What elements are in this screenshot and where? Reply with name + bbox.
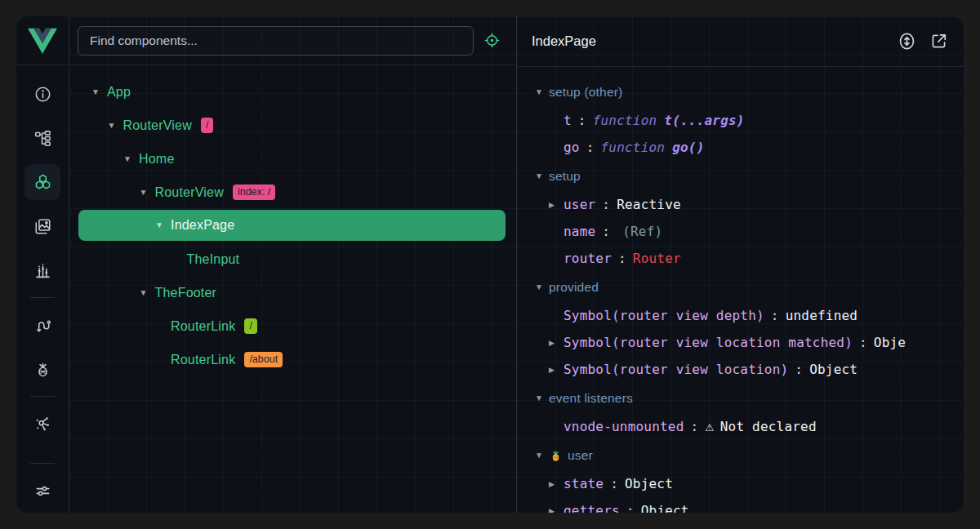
property-row-vnode-unmounted[interactable]: vnode-unmounted:⚠Not declared [517,413,964,440]
chevron-right-icon[interactable]: ▶ [549,339,564,347]
property-value: Object [625,476,673,491]
section-header-user[interactable]: ▼user [517,440,964,470]
chevron-down-icon[interactable]: ▼ [91,88,107,96]
property-value: (Ref) [617,224,662,239]
property-row-t[interactable]: t:functiont(...args) [517,107,964,134]
property-row-state[interactable]: ▶state:Object [517,470,964,497]
component-picker-button[interactable] [474,24,510,57]
inspector-body: ▼setup (other)t:functiont(...args)go:fun… [517,67,964,513]
section-header-provided[interactable]: ▼provided [517,272,964,302]
tree-node-routerview[interactable]: ▼RouterView/ [69,109,516,142]
chevron-right-icon[interactable]: ▶ [549,507,564,513]
property-row-name[interactable]: name:(Ref) [517,218,964,245]
property-key: state [564,476,604,491]
tree-node-label: TheFooter [155,286,217,300]
route-badge: /about [244,352,283,368]
open-in-editor-button[interactable] [929,31,949,51]
colon: : [586,140,595,155]
pinia-emoji [549,448,563,462]
sidebar [16,16,69,513]
property-key: Symbol(router view depth) [564,308,764,323]
sidebar-item-pinia[interactable] [24,351,60,387]
tree-node-label: App [107,85,131,100]
tree-node-home[interactable]: ▼Home [69,142,516,176]
vue-logo [16,16,69,65]
chevron-down-icon[interactable]: ▼ [140,289,155,297]
property-row-getters[interactable]: ▶getters:Object [517,497,964,513]
section-header-event-listeners[interactable]: ▼event listeners [517,383,964,413]
section-label: event listeners [549,391,633,406]
property-value: ⚠Not declared [705,419,816,434]
search-input[interactable] [78,26,474,56]
chevron-right-icon[interactable]: ▶ [549,480,564,488]
chevron-down-icon: ▼ [535,172,549,180]
tree-node-thefooter[interactable]: ▼TheFooter [69,276,516,309]
property-value: Obje [874,335,906,350]
colon: : [610,476,618,491]
property-key: vnode-unmounted [564,419,684,434]
sidebar-item-graph[interactable] [24,406,60,442]
property-row-symbol-router-view-location-[interactable]: ▶Symbol(router view location):Object [517,356,964,383]
chevron-right-icon[interactable]: ▶ [549,201,564,209]
property-key: t [564,113,572,128]
pinia-icon [33,360,52,379]
colon: : [795,362,803,377]
sidebar-item-assets[interactable] [24,208,60,244]
sidebar-item-router[interactable] [24,307,60,343]
sidebar-item-timeline[interactable] [24,252,60,288]
colon: : [859,335,867,350]
sidebar-divider [30,297,55,298]
section-header-setup-other-[interactable]: ▼setup (other) [517,77,964,107]
page-title: IndexPage [532,33,885,49]
open-in-editor-icon [929,31,949,51]
property-row-router[interactable]: router:Router [517,245,964,272]
property-key: getters [564,503,620,513]
inspector-actions [885,31,949,51]
tree-node-label: RouterLink [171,353,235,367]
chevron-down-icon: ▼ [535,451,549,460]
inspector-panel: IndexPage ▼setup (other)t:functiont(...a… [517,16,964,513]
components-icon [33,173,52,192]
tree-header [69,16,516,65]
property-value: functiont(...args) [593,113,745,128]
section-label: provided [549,280,599,295]
chevron-down-icon[interactable]: ▼ [123,155,139,163]
chevron-down-icon[interactable]: ▼ [140,189,155,197]
chevron-down-icon[interactable]: ▼ [108,122,123,130]
section-label: user [568,448,593,463]
colon: : [691,419,699,434]
colon: : [626,503,635,513]
tree-node-theinput[interactable]: TheInput [69,242,516,276]
section-label: setup (other) [549,85,622,100]
property-key: user [564,197,595,212]
sidebar-item-info[interactable] [24,76,60,112]
colon: : [771,308,779,323]
sidebar-item-settings[interactable] [24,473,60,509]
property-row-symbol-router-view-depth-[interactable]: Symbol(router view depth):undefined [517,302,964,329]
tree-node-label: TheInput [187,252,240,267]
tree-node-label: RouterView [123,118,192,133]
chevron-down-icon[interactable]: ▼ [155,221,171,229]
tree-node-routerview[interactable]: ▼RouterViewindex: / [69,176,516,209]
chevron-down-icon: ▼ [535,283,549,291]
scroll-to-component-button[interactable] [897,31,917,51]
router-icon [33,316,52,335]
tree-node-label: RouterView [155,185,224,200]
property-row-user[interactable]: ▶user:Reactive [517,191,964,218]
sidebar-nav [16,65,69,513]
tree-node-indexpage[interactable]: ▼IndexPage [78,210,506,241]
inspector-header: IndexPage [517,16,964,67]
sidebar-item-components[interactable] [24,164,60,200]
property-key: router [564,251,612,266]
tree-node-routerlink[interactable]: RouterLink/about [69,343,516,376]
chevron-right-icon[interactable]: ▶ [549,366,564,374]
tree-node-app[interactable]: ▼App [69,75,516,109]
property-row-go[interactable]: go:functiongo() [517,134,964,161]
colon: : [602,197,610,212]
graph-icon [33,415,52,433]
property-row-symbol-router-view-location-matched-[interactable]: ▶Symbol(router view location matched):Ob… [517,329,964,356]
sidebar-item-component-tree[interactable] [24,120,60,156]
section-header-setup[interactable]: ▼setup [517,161,964,191]
target-icon [483,32,501,49]
tree-node-routerlink[interactable]: RouterLink/ [69,309,516,343]
